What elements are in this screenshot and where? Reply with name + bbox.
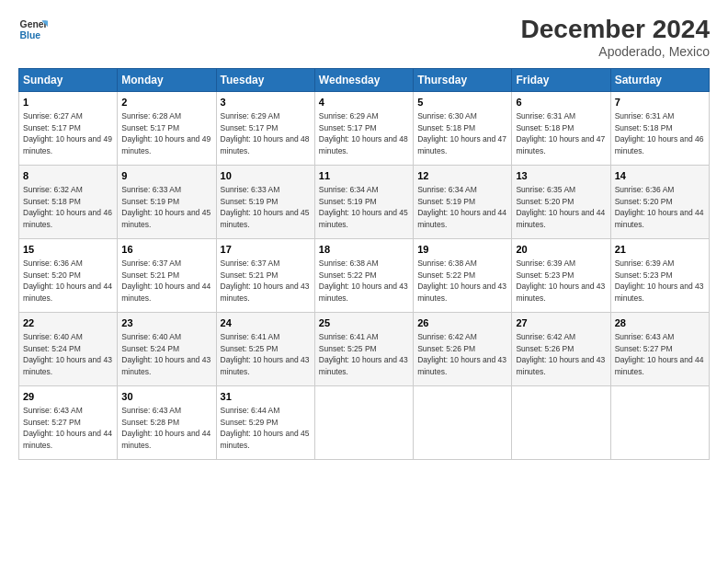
day-number: 13: [516, 169, 606, 183]
day-number: 31: [221, 390, 311, 404]
day-detail: Sunrise: 6:35 AMSunset: 5:20 PMDaylight:…: [516, 185, 605, 229]
weekday-header-cell: Wednesday: [314, 69, 413, 92]
day-number: 24: [221, 316, 311, 330]
svg-text:Blue: Blue: [20, 30, 41, 40]
day-detail: Sunrise: 6:41 AMSunset: 5:25 PMDaylight:…: [319, 332, 408, 376]
day-detail: Sunrise: 6:40 AMSunset: 5:24 PMDaylight:…: [121, 332, 210, 376]
calendar-table: SundayMondayTuesdayWednesdayThursdayFrid…: [18, 68, 710, 460]
calendar-week-row: 8Sunrise: 6:32 AMSunset: 5:18 PMDaylight…: [19, 166, 710, 239]
calendar-day-cell: 9Sunrise: 6:33 AMSunset: 5:19 PMDaylight…: [118, 166, 216, 239]
calendar-day-cell: 5Sunrise: 6:30 AMSunset: 5:18 PMDaylight…: [414, 92, 512, 166]
day-number: 9: [121, 169, 211, 183]
calendar-day-cell: 29Sunrise: 6:43 AMSunset: 5:27 PMDayligh…: [19, 386, 118, 460]
calendar-day-cell: 3Sunrise: 6:29 AMSunset: 5:17 PMDaylight…: [216, 92, 314, 166]
day-number: 26: [417, 316, 507, 330]
calendar-day-cell: 25Sunrise: 6:41 AMSunset: 5:25 PMDayligh…: [314, 313, 413, 386]
page: General Blue December 2024 Apoderado, Me…: [0, 0, 728, 563]
day-detail: Sunrise: 6:37 AMSunset: 5:21 PMDaylight:…: [121, 259, 210, 303]
weekday-header-cell: Sunday: [19, 69, 118, 92]
day-number: 30: [121, 390, 211, 404]
calendar-week-row: 29Sunrise: 6:43 AMSunset: 5:27 PMDayligh…: [19, 386, 710, 460]
day-detail: Sunrise: 6:27 AMSunset: 5:17 PMDaylight:…: [23, 111, 112, 155]
calendar-day-cell: 20Sunrise: 6:39 AMSunset: 5:23 PMDayligh…: [512, 239, 610, 313]
weekday-header: SundayMondayTuesdayWednesdayThursdayFrid…: [19, 69, 710, 92]
calendar-day-cell: 22Sunrise: 6:40 AMSunset: 5:24 PMDayligh…: [19, 313, 118, 386]
day-number: 14: [615, 169, 705, 183]
day-detail: Sunrise: 6:38 AMSunset: 5:22 PMDaylight:…: [417, 259, 506, 303]
day-detail: Sunrise: 6:32 AMSunset: 5:18 PMDaylight:…: [23, 185, 112, 229]
calendar-day-cell: 8Sunrise: 6:32 AMSunset: 5:18 PMDaylight…: [19, 166, 118, 239]
day-number: 18: [319, 243, 409, 257]
day-number: 11: [319, 169, 409, 183]
day-detail: Sunrise: 6:44 AMSunset: 5:29 PMDaylight:…: [221, 406, 310, 450]
calendar-day-cell: 7Sunrise: 6:31 AMSunset: 5:18 PMDaylight…: [610, 92, 709, 166]
day-detail: Sunrise: 6:43 AMSunset: 5:27 PMDaylight:…: [615, 332, 704, 376]
day-detail: Sunrise: 6:29 AMSunset: 5:17 PMDaylight:…: [319, 111, 408, 155]
calendar-day-cell: 17Sunrise: 6:37 AMSunset: 5:21 PMDayligh…: [216, 239, 314, 313]
calendar-day-cell: 24Sunrise: 6:41 AMSunset: 5:25 PMDayligh…: [216, 313, 314, 386]
day-detail: Sunrise: 6:36 AMSunset: 5:20 PMDaylight:…: [23, 259, 112, 303]
day-detail: Sunrise: 6:34 AMSunset: 5:19 PMDaylight:…: [417, 185, 506, 229]
calendar-day-cell: [512, 386, 610, 460]
day-number: 10: [221, 169, 311, 183]
day-number: 2: [121, 96, 211, 109]
calendar-day-cell: 18Sunrise: 6:38 AMSunset: 5:22 PMDayligh…: [314, 239, 413, 313]
calendar-day-cell: 2Sunrise: 6:28 AMSunset: 5:17 PMDaylight…: [118, 92, 216, 166]
calendar-day-cell: 26Sunrise: 6:42 AMSunset: 5:26 PMDayligh…: [414, 313, 512, 386]
day-detail: Sunrise: 6:43 AMSunset: 5:28 PMDaylight:…: [121, 406, 210, 450]
day-number: 7: [615, 96, 705, 109]
day-number: 23: [121, 316, 211, 330]
calendar-day-cell: 16Sunrise: 6:37 AMSunset: 5:21 PMDayligh…: [118, 239, 216, 313]
header: General Blue December 2024 Apoderado, Me…: [18, 15, 710, 59]
calendar-day-cell: 11Sunrise: 6:34 AMSunset: 5:19 PMDayligh…: [314, 166, 413, 239]
calendar-day-cell: 13Sunrise: 6:35 AMSunset: 5:20 PMDayligh…: [512, 166, 610, 239]
day-detail: Sunrise: 6:34 AMSunset: 5:19 PMDaylight:…: [319, 185, 408, 229]
day-number: 1: [23, 96, 113, 109]
day-number: 29: [23, 390, 113, 404]
day-number: 5: [417, 96, 507, 109]
title-block: December 2024 Apoderado, Mexico: [521, 15, 710, 59]
day-detail: Sunrise: 6:39 AMSunset: 5:23 PMDaylight:…: [516, 259, 605, 303]
calendar-day-cell: [414, 386, 512, 460]
calendar-day-cell: 30Sunrise: 6:43 AMSunset: 5:28 PMDayligh…: [118, 386, 216, 460]
day-detail: Sunrise: 6:31 AMSunset: 5:18 PMDaylight:…: [516, 111, 605, 155]
calendar-day-cell: [610, 386, 709, 460]
calendar-week-row: 15Sunrise: 6:36 AMSunset: 5:20 PMDayligh…: [19, 239, 710, 313]
day-detail: Sunrise: 6:29 AMSunset: 5:17 PMDaylight:…: [221, 111, 310, 155]
calendar-day-cell: 15Sunrise: 6:36 AMSunset: 5:20 PMDayligh…: [19, 239, 118, 313]
weekday-header-cell: Thursday: [414, 69, 512, 92]
subtitle: Apoderado, Mexico: [521, 44, 710, 59]
calendar-day-cell: 6Sunrise: 6:31 AMSunset: 5:18 PMDaylight…: [512, 92, 610, 166]
day-detail: Sunrise: 6:37 AMSunset: 5:21 PMDaylight:…: [221, 259, 310, 303]
calendar-day-cell: 21Sunrise: 6:39 AMSunset: 5:23 PMDayligh…: [610, 239, 709, 313]
day-detail: Sunrise: 6:42 AMSunset: 5:26 PMDaylight:…: [516, 332, 605, 376]
logo-icon: General Blue: [18, 15, 48, 44]
day-number: 20: [516, 243, 606, 257]
day-number: 17: [221, 243, 311, 257]
calendar-body: 1Sunrise: 6:27 AMSunset: 5:17 PMDaylight…: [19, 92, 710, 460]
calendar-day-cell: 27Sunrise: 6:42 AMSunset: 5:26 PMDayligh…: [512, 313, 610, 386]
weekday-header-cell: Tuesday: [216, 69, 314, 92]
day-number: 21: [615, 243, 705, 257]
calendar-day-cell: [314, 386, 413, 460]
main-title: December 2024: [521, 15, 710, 44]
calendar-day-cell: 28Sunrise: 6:43 AMSunset: 5:27 PMDayligh…: [610, 313, 709, 386]
calendar-week-row: 1Sunrise: 6:27 AMSunset: 5:17 PMDaylight…: [19, 92, 710, 166]
day-detail: Sunrise: 6:39 AMSunset: 5:23 PMDaylight:…: [615, 259, 704, 303]
day-number: 25: [319, 316, 409, 330]
calendar-day-cell: 4Sunrise: 6:29 AMSunset: 5:17 PMDaylight…: [314, 92, 413, 166]
day-number: 19: [417, 243, 507, 257]
day-detail: Sunrise: 6:42 AMSunset: 5:26 PMDaylight:…: [417, 332, 506, 376]
day-detail: Sunrise: 6:33 AMSunset: 5:19 PMDaylight:…: [221, 185, 310, 229]
calendar-day-cell: 1Sunrise: 6:27 AMSunset: 5:17 PMDaylight…: [19, 92, 118, 166]
weekday-header-cell: Saturday: [610, 69, 709, 92]
logo: General Blue: [18, 15, 48, 44]
calendar-day-cell: 12Sunrise: 6:34 AMSunset: 5:19 PMDayligh…: [414, 166, 512, 239]
calendar-day-cell: 10Sunrise: 6:33 AMSunset: 5:19 PMDayligh…: [216, 166, 314, 239]
calendar-week-row: 22Sunrise: 6:40 AMSunset: 5:24 PMDayligh…: [19, 313, 710, 386]
day-detail: Sunrise: 6:41 AMSunset: 5:25 PMDaylight:…: [221, 332, 310, 376]
day-detail: Sunrise: 6:28 AMSunset: 5:17 PMDaylight:…: [121, 111, 210, 155]
day-detail: Sunrise: 6:38 AMSunset: 5:22 PMDaylight:…: [319, 259, 408, 303]
day-number: 8: [23, 169, 113, 183]
calendar-day-cell: 23Sunrise: 6:40 AMSunset: 5:24 PMDayligh…: [118, 313, 216, 386]
